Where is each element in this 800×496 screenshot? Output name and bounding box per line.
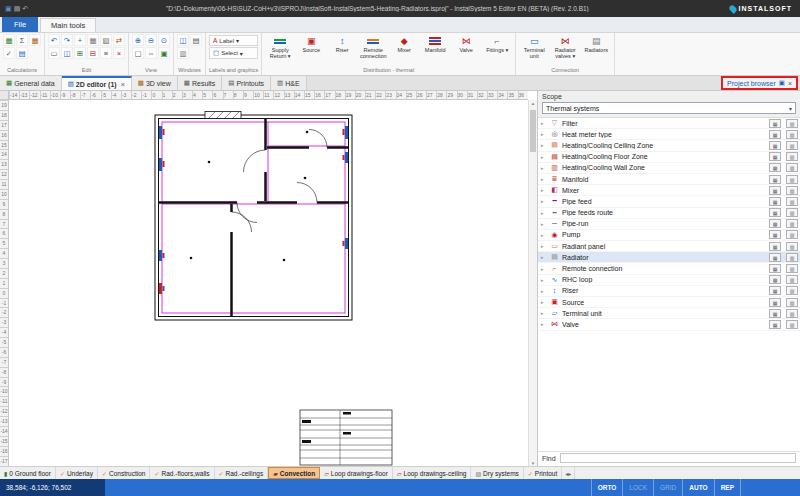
edit-list-button[interactable]: ▥ [786,197,798,206]
edit-list-button[interactable]: ▥ [786,309,798,318]
expander-icon[interactable]: ▸ [541,221,547,227]
tree-item-radiator[interactable]: ▸▤Radiator▦▥ [538,252,800,263]
expander-icon[interactable]: ▸ [541,254,547,260]
edit-tool-icon[interactable]: ≡ [100,47,112,59]
label-button[interactable]: ALabel▾ [209,35,258,46]
windows-tool-icon[interactable]: ◫ [177,34,189,46]
view-tool-icon[interactable]: ▣ [158,47,170,59]
edit-set-button[interactable]: ▦ [769,141,781,150]
layer-tab-convection[interactable]: ▰Convection [268,467,320,479]
fittings-button[interactable]: ⌐Fittings ▾ [482,34,512,53]
expander-icon[interactable]: ▸ [541,187,547,193]
expander-icon[interactable]: ▸ [541,131,547,137]
edit-tool-icon[interactable]: + [74,34,86,46]
status-mode-rep[interactable]: REP [714,479,740,496]
close-panel-icon[interactable]: × [788,80,792,87]
edit-tool-icon[interactable]: ▦ [87,34,99,46]
calculations-tool-icon[interactable]: ▦ [3,34,15,46]
source-button[interactable]: ▣Source [296,34,326,53]
vertical-ruler[interactable]: 191817161514131211109876543210-1-2-3-4-5… [0,100,9,466]
layer-tab-construction[interactable]: ✓Construction [98,467,151,479]
edit-tool-icon[interactable]: ⇄ [113,34,125,46]
edit-set-button[interactable]: ▦ [769,298,781,307]
edit-list-button[interactable]: ▥ [786,230,798,239]
edit-set-button[interactable]: ▦ [769,320,781,329]
valve-button[interactable]: ⋈Valve [451,34,481,53]
tree-item-manifold[interactable]: ▸≣Manifold▦▥ [538,174,800,185]
tree-item-filter[interactable]: ▸▽Filter▦▥ [538,118,800,129]
calculations-tool-icon[interactable]: ▦ [29,34,41,46]
edit-set-button[interactable]: ▦ [769,163,781,172]
radiators-button[interactable]: ▤Radiators [581,34,611,53]
windows-tool-icon[interactable]: ▥ [177,47,189,59]
edit-set-button[interactable]: ▦ [769,186,781,195]
edit-set-button[interactable]: ▦ [769,119,781,128]
edit-list-button[interactable]: ▥ [786,208,798,217]
view-tool-icon[interactable]: ▢ [132,47,144,59]
tree-item-pump[interactable]: ▸◉Pump▦▥ [538,230,800,241]
status-mode-lock[interactable]: LOCK [622,479,653,496]
view-tool-icon[interactable]: ⊕ [132,34,144,46]
float-panel-icon[interactable]: ▣ [779,79,785,87]
edit-set-button[interactable]: ▦ [769,219,781,228]
calculations-tool-icon[interactable]: ▤ [16,47,28,59]
expander-icon[interactable]: ▸ [541,310,547,316]
edit-list-button[interactable]: ▥ [786,163,798,172]
status-mode-auto[interactable]: AUTO [682,479,713,496]
edit-tool-icon[interactable]: ↷ [61,34,73,46]
status-mode-grid[interactable]: GRID [653,479,682,496]
edit-set-button[interactable]: ▦ [769,264,781,273]
expander-icon[interactable]: ▸ [541,266,547,272]
edit-set-button[interactable]: ▦ [769,130,781,139]
expander-icon[interactable]: ▸ [541,154,547,160]
edit-list-button[interactable]: ▥ [786,298,798,307]
tree-item-source[interactable]: ▸▣Source▦▥ [538,297,800,308]
edit-list-button[interactable]: ▥ [786,119,798,128]
tab-h-e[interactable]: ▥H&E [271,76,307,90]
radiator-valves-button[interactable]: ⋈Radiator valves ▾ [550,34,580,59]
tree-item-pipe-feeds-route[interactable]: ▸╍Pipe feeds route▦▥ [538,208,800,219]
calculations-tool-icon[interactable]: Σ [16,34,28,46]
remote-connection-button[interactable]: Remote connection [358,34,388,59]
tree-item-valve[interactable]: ▸⋈Valve▦▥ [538,319,800,330]
scope-select[interactable]: Thermal systems ▾ [542,102,796,114]
expander-icon[interactable]: ▸ [541,210,547,216]
edit-list-button[interactable]: ▥ [786,175,798,184]
view-tool-icon[interactable]: ⊖ [145,34,157,46]
quick-access-icon-3[interactable]: ↶ [22,4,28,13]
edit-list-button[interactable]: ▥ [786,130,798,139]
edit-tool-icon[interactable]: × [113,47,125,59]
horizontal-ruler[interactable]: -14-13-12-11-10-9-8-7-6-5-4-3-2-10123456… [9,91,528,100]
edit-list-button[interactable]: ▥ [786,264,798,273]
edit-set-button[interactable]: ▦ [769,152,781,161]
edit-list-button[interactable]: ▥ [786,242,798,251]
tree-item-pipe-feed[interactable]: ▸━Pipe feed▦▥ [538,196,800,207]
expander-icon[interactable]: ▸ [541,299,547,305]
windows-tool-icon[interactable]: ▤ [190,34,202,46]
edit-list-button[interactable]: ▥ [786,152,798,161]
expander-icon[interactable]: ▸ [541,243,547,249]
tree-item-terminal-unit[interactable]: ▸▱Terminal unit▦▥ [538,308,800,319]
layer-tab-rad-ceilings[interactable]: ✓Rad.-ceilings [215,467,269,479]
find-input[interactable] [560,453,796,463]
tree-item-rhc-loop[interactable]: ▸∿RHC loop▦▥ [538,275,800,286]
quick-access-icon-1[interactable]: ▣ [5,4,12,13]
tab-main-tools[interactable]: Main tools [40,18,96,32]
tree-item-radiant-panel[interactable]: ▸▭Radiant panel▦▥ [538,241,800,252]
view-tool-icon[interactable]: ⇔ [145,47,157,59]
tab-2d-editor-1[interactable]: ▧2D editor (1)× [62,76,132,90]
mixer-button[interactable]: ◆Mixer [389,34,419,53]
tree-item-heating-cooling-wall-zone[interactable]: ▸▥Heating/Cooling Wall Zone▦▥ [538,163,800,174]
riser-button[interactable]: ↕Riser [327,34,357,53]
edit-tool-icon[interactable]: ⊞ [74,47,86,59]
tree-item-heating-cooling-floor-zone[interactable]: ▸▤Heating/Cooling Floor Zone▦▥ [538,152,800,163]
close-tab-icon[interactable]: × [121,81,125,88]
edit-tool-icon[interactable]: ↶ [48,34,60,46]
terminal-unit-button[interactable]: ▭Terminal unit [519,34,549,59]
edit-tool-icon[interactable]: ▭ [48,47,60,59]
layer-tab-dry-systems[interactable]: ▨Dry systems [471,467,523,479]
tree-item-remote-connection[interactable]: ▸⌐Remote connection▦▥ [538,263,800,274]
edit-tool-icon[interactable]: ◫ [61,47,73,59]
edit-set-button[interactable]: ▦ [769,175,781,184]
select-button[interactable]: ▢Select▾ [209,47,258,59]
